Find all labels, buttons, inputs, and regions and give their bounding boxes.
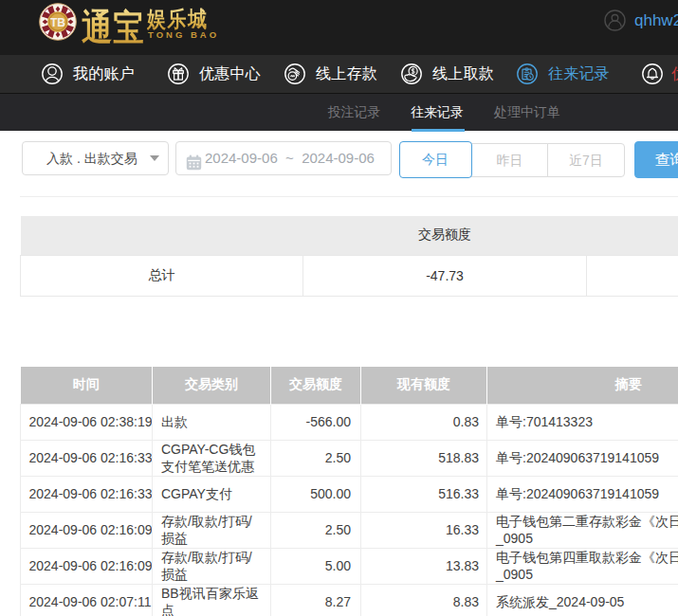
svg-text:TB: TB <box>50 16 65 29</box>
